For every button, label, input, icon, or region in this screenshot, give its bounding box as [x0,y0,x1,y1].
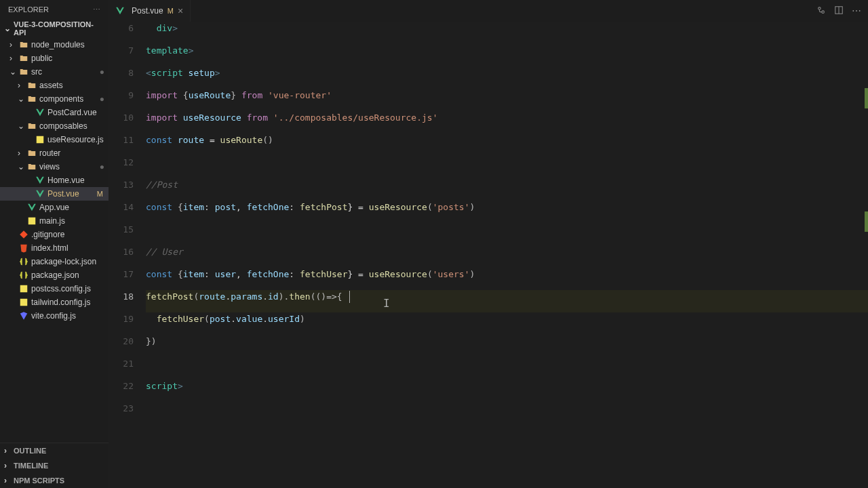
outline-section[interactable]: ›OUTLINE [0,443,108,458]
chevron-icon: ⌄ [9,67,19,77]
svg-point-4 [818,7,821,9]
tree-item-router[interactable]: ›router [0,146,108,160]
code-line[interactable] [146,357,868,380]
code-line[interactable]: // User [146,245,868,268]
npm-scripts-section[interactable]: ›NPM SCRIPTS [0,473,108,488]
dot-indicator: ● [100,162,104,171]
tree-item-postcss-config-js[interactable]: postcss.config.js [0,282,108,296]
tree-item-components[interactable]: ⌄components● [0,92,108,106]
tree-item-vite-config-js[interactable]: vite.config.js [0,309,108,323]
js-icon [35,135,45,144]
tab-filename: Post.vue [132,6,163,16]
tree-label: PostCard.vue [47,108,108,117]
more-icon[interactable]: ⋯ [93,5,100,14]
folder-icon [19,40,28,49]
timeline-section[interactable]: ›TIMELINE [0,458,108,473]
js-icon [27,216,37,226]
tree-label: postcss.config.js [31,284,108,293]
code-editor[interactable]: 67891011121314151617181920212223 div>tem… [108,22,868,488]
tree-item-postcard-vue[interactable]: PostCard.vue [0,106,108,119]
code-line[interactable] [146,156,868,178]
tree-label: main.js [39,216,108,226]
js-icon [19,298,28,307]
code-line[interactable] [146,223,868,245]
code-line[interactable]: import useResource from '../composables/… [146,111,868,134]
svg-rect-1 [28,218,36,225]
sidebar-bottom: ›OUTLINE ›TIMELINE ›NPM SCRIPTS [0,443,108,488]
chevron-down-icon: ⌄ [4,24,14,33]
project-header[interactable]: ⌄ VUE-3-COMPOSITION-API [0,19,108,38]
code-content[interactable]: div>template><script setup>import {useRo… [146,22,868,488]
tree-label: views [39,162,100,171]
tree-item-useresource-js[interactable]: useResource.js [0,133,108,146]
tree-label: index.html [31,243,108,253]
code-line[interactable]: const {item: user, fetchOne: fetchUser} … [146,268,868,290]
chevron-icon: ⌄ [18,94,27,104]
explorer-header: EXPLORER ⋯ [0,0,108,19]
project-name: VUE-3-COMPOSITION-API [14,20,106,37]
tabs-bar: Post.vue M × ⋯ [108,0,868,22]
tree-item-node-modules[interactable]: ›node_modules [0,38,108,52]
tab-post-vue[interactable]: Post.vue M × [108,0,191,22]
tree-item--gitignore[interactable]: .gitignore [0,228,108,241]
code-line[interactable]: fetchPost(route.params.id).then(()=>{I [146,290,868,312]
tree-item-public[interactable]: ›public [0,52,108,65]
tree-label: node_modules [31,40,108,49]
tree-label: package-lock.json [31,257,108,266]
tree-item-tailwind-config-js[interactable]: tailwind.config.js [0,296,108,309]
tree-item-views[interactable]: ⌄views● [0,160,108,174]
tree-item-assets[interactable]: ›assets [0,79,108,92]
scroll-change-marker [865,211,868,232]
code-line[interactable]: <script setup> [146,66,868,89]
tree-label: Post.vue [47,189,97,199]
vue-icon [115,6,125,16]
tree-item-package-lock-json[interactable]: package-lock.json [0,255,108,268]
folder-icon [27,94,37,104]
more-icon[interactable]: ⋯ [852,5,861,16]
split-icon[interactable] [834,5,844,17]
folder-icon [27,81,37,90]
scroll-change-marker [865,88,868,108]
code-line[interactable]: fetchUser(post.value.userId) [146,312,868,335]
json-icon [19,270,28,280]
tree-item-composables[interactable]: ⌄composables [0,119,108,133]
tree-item-post-vue[interactable]: Post.vueM [0,187,108,201]
tree-label: composables [39,121,108,131]
code-line[interactable]: //Post [146,178,868,201]
tree-label: package.json [31,270,108,280]
code-line[interactable]: const {item: post, fetchOne: fetchPost} … [146,201,868,223]
tree-item-index-html[interactable]: index.html [0,241,108,255]
tree-label: tailwind.config.js [31,298,108,307]
code-line[interactable]: const route = useRoute() [146,134,868,156]
tree-item-package-json[interactable]: package.json [0,268,108,282]
tree-label: App.vue [39,203,108,212]
vue-icon [35,176,45,185]
compare-icon[interactable] [816,5,826,17]
tree-label: vite.config.js [31,311,108,321]
scrollbar-minimap[interactable] [860,22,868,488]
vue-icon [35,108,45,117]
editor-area: Post.vue M × ⋯ 6789101112131415161718192… [108,0,868,488]
code-line[interactable]: template> [146,44,868,66]
code-line[interactable]: }) [146,335,868,357]
tree-item-src[interactable]: ⌄src● [0,65,108,79]
tree-item-home-vue[interactable]: Home.vue [0,174,108,187]
tree-label: Home.vue [47,176,108,185]
ibeam-cursor: I [383,297,384,310]
vue-icon [35,189,45,199]
code-line[interactable]: import {useRoute} from 'vue-router' [146,89,868,111]
tree-item-main-js[interactable]: main.js [0,214,108,228]
close-icon[interactable]: × [178,5,183,16]
vue-icon [27,203,37,212]
tab-modified-indicator: M [167,7,174,15]
code-line[interactable] [146,402,868,424]
code-line[interactable]: script> [146,380,868,402]
folder-icon [27,148,37,158]
chevron-icon: ⌄ [18,162,27,171]
chevron-icon: › [18,148,27,158]
tree-item-app-vue[interactable]: App.vue [0,201,108,214]
text-cursor [349,291,350,303]
js-icon [19,284,28,293]
sidebar: EXPLORER ⋯ ⌄ VUE-3-COMPOSITION-API ›node… [0,0,108,488]
code-line[interactable]: div> [146,22,868,44]
